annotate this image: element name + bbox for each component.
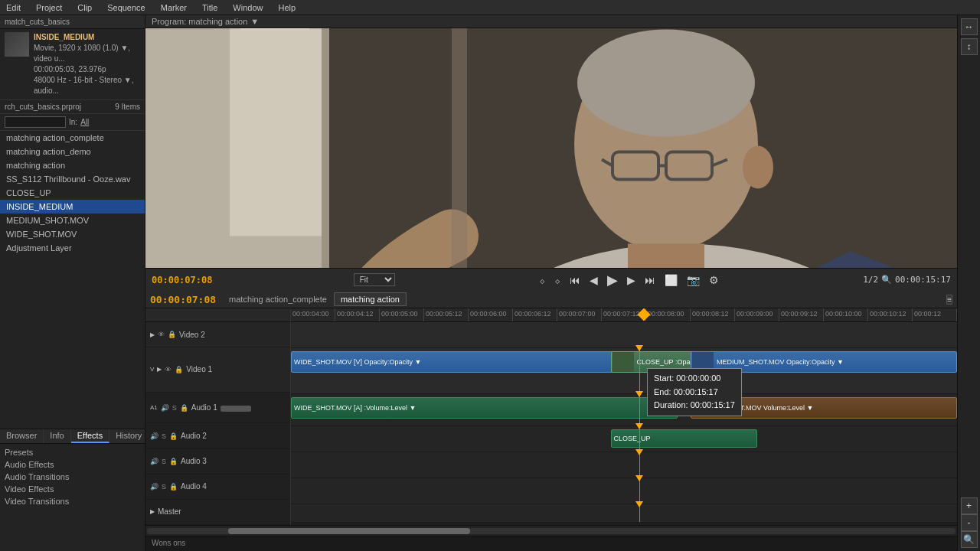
menu-item-window[interactable]: Window — [230, 3, 266, 12]
audio2-lock-icon[interactable]: 🔒 — [169, 432, 178, 440]
effects-panel: Browser Info Effects History Presets Aud… — [0, 429, 145, 551]
tooltip-duration-label: Duration: — [654, 400, 688, 409]
playhead-audio4 — [639, 478, 640, 504]
timeline-tab-active[interactable]: matching action — [334, 292, 407, 306]
master-track[interactable] — [291, 504, 957, 523]
media-list-item[interactable]: matching action_demo — [0, 145, 145, 158]
menu-item-help[interactable]: Help — [275, 3, 299, 12]
menu-item-title[interactable]: Title — [199, 3, 220, 12]
track-expand-icon[interactable]: ▶ — [150, 331, 155, 338]
track-lock-v1-icon[interactable]: 🔒 — [175, 366, 183, 373]
menu-item-clip[interactable]: Clip — [74, 3, 95, 12]
timeline-ruler[interactable]: 00:00:04:00 00:00:04:12 00:00:05:00 00:0… — [291, 308, 957, 322]
svg-rect-3 — [240, 28, 309, 30]
btn-step-forward[interactable]: ▶ — [624, 274, 639, 286]
timeline-tab-complete[interactable]: matching action_complete — [222, 292, 334, 306]
menu-item-sequence[interactable]: Sequence — [104, 3, 149, 12]
btn-export-frame[interactable]: 📷 — [684, 274, 703, 286]
ruler-area: 00:00:04:00 00:00:04:12 00:00:05:00 00:0… — [145, 308, 957, 322]
right-btn-zoom-out[interactable]: - — [961, 514, 978, 531]
right-btn-search[interactable]: 🔍 — [961, 531, 978, 548]
ruler-mark: 00:00:08:00 — [646, 308, 691, 321]
media-list-item[interactable]: Adjustment Layer — [0, 241, 145, 255]
menu-item-project[interactable]: Project — [33, 3, 65, 12]
master-expand-icon[interactable]: ▶ — [150, 508, 155, 515]
media-list-item[interactable]: matching action — [0, 158, 145, 172]
ruler-mark: 00:00:07:00 — [557, 308, 602, 321]
audio3-track[interactable] — [291, 452, 957, 478]
btn-mark-in[interactable]: ⬦ — [536, 274, 548, 286]
audio4-track[interactable] — [291, 478, 957, 504]
audio4-solo-icon[interactable]: S — [162, 483, 166, 491]
audio4-mute-icon[interactable]: 🔊 — [150, 483, 158, 491]
ruler-mark: 00:00:12 — [913, 308, 957, 321]
main-layout: match_cuts_basics INSIDE_MEDIUM Movie, 1… — [0, 15, 980, 551]
menu-item-marker[interactable]: Marker — [158, 3, 190, 12]
clip-close-up-audio[interactable]: CLOSE_UP — [611, 429, 757, 448]
track-eye-v1-icon[interactable]: 👁 — [165, 366, 172, 373]
search-input[interactable] — [5, 116, 66, 128]
monitor-dropdown-arrow[interactable]: ▼ — [250, 17, 259, 26]
track-eye-icon[interactable]: 👁 — [158, 331, 165, 338]
audio2-mute-icon[interactable]: 🔊 — [150, 432, 158, 440]
audio1-track[interactable]: WIDE_SHOT.MOV [A] :Volume:Level ▼ MEDIUM… — [291, 394, 957, 426]
media-details: Movie, 1920 x 1080 (1.0) ▼, video u... — [34, 43, 140, 64]
timeline-settings-btn[interactable]: ≡ — [946, 295, 952, 305]
track-lock-icon[interactable]: 🔒 — [168, 331, 176, 338]
audio3-lock-icon[interactable]: 🔒 — [169, 458, 178, 465]
timeline-scrollbar[interactable] — [145, 525, 957, 536]
track-label-a1: Audio 1 — [191, 403, 217, 412]
tab-browser[interactable]: Browser — [0, 429, 44, 443]
clip-wide-shot-audio-label: WIDE_SHOT.MOV [A] :Volume:Level ▼ — [292, 403, 418, 412]
clip-wide-shot-audio[interactable]: WIDE_SHOT.MOV [A] :Volume:Level ▼ — [291, 397, 678, 419]
btn-play[interactable]: ▶ — [604, 272, 621, 289]
media-list-item[interactable]: MEDIUM_SHOT.MOV — [0, 214, 145, 227]
current-time-display[interactable]: 00:00:07:08 — [152, 275, 212, 285]
svg-rect-2 — [230, 28, 322, 236]
fit-select[interactable]: Fit 25% 50% 100% — [354, 273, 395, 286]
media-duration: 00:00:05:03, 23.976p — [34, 64, 140, 75]
track-labels: ▶ 👁 🔒 Video 2 V ▶ 👁 🔒 Video 1 — [145, 322, 291, 525]
scrollbar-thumb[interactable] — [228, 528, 471, 534]
btn-mark-out[interactable]: ⬦ — [551, 274, 564, 286]
tab-effects[interactable]: Effects — [71, 429, 109, 443]
clip-wide-shot-label: WIDE_SHOT.MOV [V] Opacity:Opacity ▼ — [292, 357, 423, 367]
v-label: V — [150, 366, 154, 373]
right-btn-zoom-in[interactable]: + — [961, 497, 978, 514]
right-btn-2[interactable]: ↕ — [961, 38, 978, 55]
monitor-title: Program: matching action — [152, 17, 247, 26]
audio-solo-icon[interactable]: S — [172, 404, 177, 412]
right-btn-1[interactable]: ↔ — [961, 18, 978, 35]
media-list-item[interactable]: SS_S112 Thrillbound - Ooze.wav — [0, 172, 145, 186]
track-expand-v1-icon[interactable]: ▶ — [157, 366, 162, 373]
media-list-item-selected[interactable]: INSIDE_MEDIUM — [0, 200, 145, 214]
btn-go-to-out[interactable]: ⏭ — [642, 274, 658, 286]
timeline-time-display[interactable]: 00:00:07:08 — [150, 294, 216, 305]
tab-info[interactable]: Info — [44, 429, 70, 443]
audio3-solo-icon[interactable]: S — [162, 458, 166, 465]
btn-go-to-in[interactable]: ⏮ — [567, 274, 583, 286]
menu-bar: Edit Project Clip Sequence Marker Title … — [0, 0, 980, 15]
media-list-item[interactable]: CLOSE_UP — [0, 186, 145, 200]
video2-track[interactable] — [291, 322, 957, 348]
audio-mute-icon[interactable]: 🔊 — [161, 404, 169, 412]
audio-volume-slider[interactable] — [220, 406, 251, 412]
btn-safe-margins[interactable]: ⬜ — [662, 274, 681, 286]
audio2-solo-icon[interactable]: S — [162, 432, 166, 440]
audio-lock-icon[interactable]: 🔒 — [180, 404, 188, 412]
ruler-mark: 00:00:10:12 — [868, 308, 913, 321]
audio4-lock-icon[interactable]: 🔒 — [169, 483, 178, 491]
video1-track[interactable]: WIDE_SHOT.MOV [V] Opacity:Opacity ▼ CLOS… — [291, 348, 957, 394]
media-list-item[interactable]: WIDE_SHOT.MOV — [0, 227, 145, 241]
audio3-mute-icon[interactable]: 🔊 — [150, 458, 158, 465]
media-list-item[interactable]: matching action_complete — [0, 131, 145, 145]
btn-settings[interactable]: ⚙ — [706, 274, 722, 286]
timeline-header-controls: ≡ — [946, 295, 952, 305]
menu-item-edit[interactable]: Edit — [3, 3, 24, 12]
tab-history[interactable]: History — [109, 429, 149, 443]
btn-step-back[interactable]: ◀ — [586, 274, 601, 286]
audio2-track[interactable]: CLOSE_UP — [291, 426, 957, 452]
track-label-a4: Audio 4 — [181, 482, 207, 491]
scrollbar-track[interactable] — [147, 528, 956, 534]
status-bar: Wons ons — [145, 536, 957, 549]
